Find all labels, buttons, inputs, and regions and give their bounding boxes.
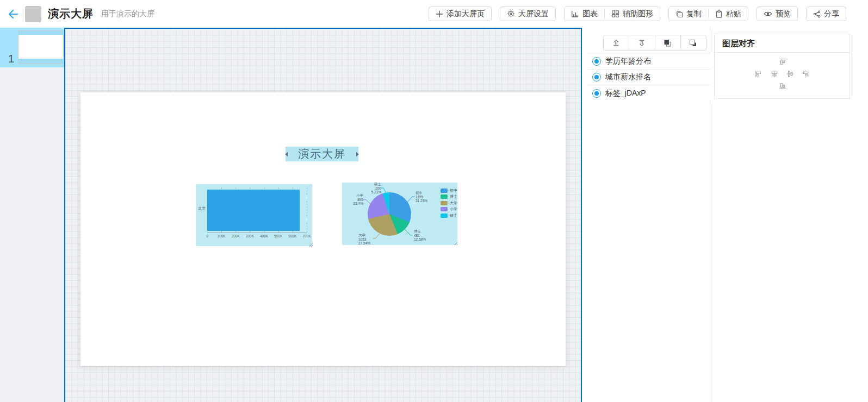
bar-plot-area [207,187,307,233]
bar-series-rect [207,190,300,231]
paste-button[interactable]: 粘贴 [709,7,748,21]
layer-item-label: 学历年龄分布 [605,56,651,66]
preview-label: 预览 [776,9,791,19]
align-top-icon[interactable] [779,58,786,66]
legend-item[interactable]: 大学 [441,200,457,206]
layer-item-label: 标签_jDAxP [605,89,646,98]
header-actions: 添加大屏页 大屏设置 图表 [429,0,846,28]
bring-forward-icon [663,39,672,48]
bar-gridline [307,187,307,233]
chart-label: 图表 [582,9,598,19]
eye-icon [764,10,772,17]
header-left: 演示大屏 用于演示的大屏 [0,0,154,28]
top-toolbar: 演示大屏 用于演示的大屏 添加大屏页 大屏设置 [0,0,868,28]
label-widget-text: 演示大屏 [298,147,346,161]
main-area: 1 演示大屏 北京 0100K200K300K400K500K600K700K [0,28,868,402]
page-thumbnail [18,30,64,64]
screen-settings-button[interactable]: 大屏设置 [500,7,556,21]
legend-label: 博士 [450,194,457,199]
bar-axis-tick-label: 500K [274,234,282,238]
legend-item[interactable]: 硕士 [441,212,457,219]
bar-axis-tick-label: 0 [206,234,208,238]
paste-label: 粘贴 [726,9,741,19]
preview-button[interactable]: 预览 [757,7,798,21]
add-page-label: 添加大屏页 [447,9,485,19]
align-vertical-center-icon[interactable] [786,70,794,78]
bar-axis-tick-label: 200K [232,234,240,238]
plus-icon [436,10,443,18]
bar-category-label: 北京 [198,206,206,211]
radio-dot [594,75,599,79]
legend-swatch [441,201,448,205]
pie-slice-label: 初中119531.25% [416,191,427,203]
bar-x-axis-ticks: 0100K200K300K400K500K600K700K [207,234,307,240]
screen-settings-label: 大屏设置 [518,9,549,19]
layer-list: 学历年龄分布城市薪水排名标签_jDAxP [587,53,710,101]
legend-label: 初中 [450,188,457,193]
screen-logo-placeholder [25,6,41,22]
chart-button[interactable]: 图表 [565,7,604,21]
layer-selected-radio-icon[interactable] [592,89,601,98]
copy-button[interactable]: 复制 [669,7,708,21]
layer-item[interactable]: 标签_jDAxP [587,85,710,101]
pie-chart-widget[interactable]: 初中119531.25%博士48112.58%大学105327.54%小学895… [342,183,457,245]
legend-swatch [441,194,448,199]
align-panel-title: 图层对齐 [715,34,850,53]
align-bottom-icon[interactable] [779,82,786,90]
legend-swatch [441,207,448,211]
layer-order-toolbar [603,35,706,51]
share-button[interactable]: 分享 [806,7,846,21]
layer-item[interactable]: 学历年龄分布 [587,54,710,70]
aux-shapes-label: 辅助图形 [623,9,653,19]
resize-handle-right[interactable] [356,152,359,156]
bring-to-top-icon [612,39,621,47]
layer-selected-radio-icon[interactable] [592,73,601,81]
arrow-left-icon [7,8,19,20]
copy-label: 复制 [686,9,702,19]
add-page-button[interactable]: 添加大屏页 [429,7,492,21]
design-canvas[interactable]: 演示大屏 北京 0100K200K300K400K500K600K700K 初中… [64,28,582,402]
pie-slice-label: 博士48112.58% [414,229,426,242]
send-to-bottom-icon [637,39,646,47]
send-backward-button[interactable] [680,35,706,51]
align-right-icon[interactable] [802,70,810,78]
app-window: 演示大屏 用于演示的大屏 添加大屏页 大屏设置 [0,0,868,402]
page-thumbnail-item[interactable]: 1 [0,28,64,67]
legend-swatch [441,213,448,218]
aux-shapes-button[interactable]: 辅助图形 [605,7,660,21]
layers-panel: 学历年龄分布城市薪水排名标签_jDAxP [587,28,710,402]
share-label: 分享 [824,9,839,19]
align-panel-body [715,53,850,99]
layer-selected-radio-icon[interactable] [592,57,601,66]
resize-corner-icon[interactable] [454,241,457,245]
resize-handle-left[interactable] [285,152,288,156]
bar-axis-tick-label: 100K [218,234,226,238]
legend-item[interactable]: 博士 [441,194,457,200]
layer-item[interactable]: 城市薪水排名 [587,70,710,85]
layer-align-panel: 图层对齐 [714,34,850,99]
copy-icon [675,10,683,18]
bring-forward-button[interactable] [655,35,680,51]
insert-button-group: 图表 辅助图形 [564,7,660,21]
bring-to-top-button[interactable] [604,35,629,51]
artboard[interactable] [80,92,566,366]
thumbnail-top-strip [18,31,63,35]
legend-item[interactable]: 初中 [441,187,457,194]
radio-dot [594,59,599,64]
legend-item[interactable]: 小学 [441,206,457,213]
pie-legend: 初中博士大学小学硕士 [441,187,457,219]
gear-icon [507,10,515,18]
resize-corner-icon[interactable] [308,242,313,247]
page-number: 1 [8,53,14,65]
label-widget[interactable]: 演示大屏 [286,147,358,161]
bar-chart-widget[interactable]: 北京 0100K200K300K400K500K600K700K [196,184,312,246]
thumbnail-bottom-strip [18,59,63,64]
bar-chart-icon [571,10,579,18]
paste-icon [715,10,723,18]
bar-axis-tick-label: 400K [260,234,268,238]
align-horizontal-center-icon[interactable] [771,70,778,78]
send-to-bottom-button[interactable] [629,35,654,51]
align-left-icon[interactable] [754,70,762,78]
back-button[interactable] [7,8,20,21]
layer-item-label: 城市薪水排名 [605,72,651,82]
